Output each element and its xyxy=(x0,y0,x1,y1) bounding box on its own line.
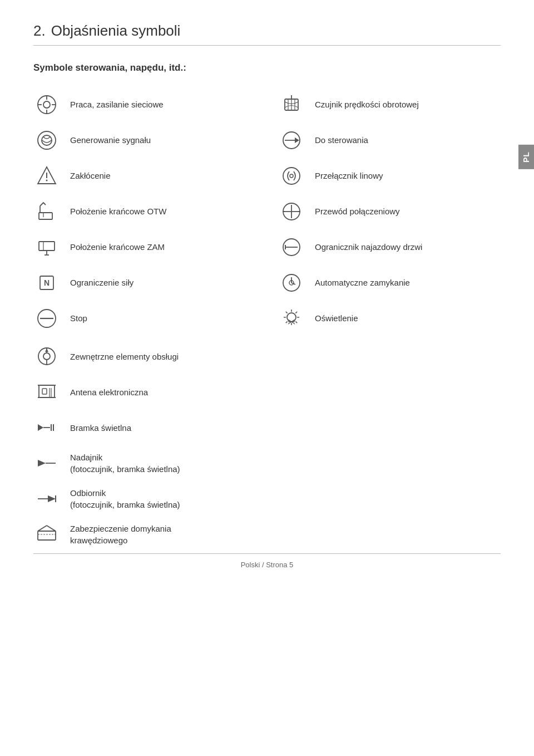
footer: Polski / Strona 5 xyxy=(33,553,501,569)
svg-marker-61 xyxy=(45,348,48,352)
svg-line-80 xyxy=(38,526,47,531)
generowanie-label: Generowanie sygnału xyxy=(70,135,151,146)
antena-label: Antena elektroniczna xyxy=(70,386,148,398)
symbol-row-oswietlenie: Oświetlenie xyxy=(278,301,501,336)
odbiornik-icon xyxy=(33,485,60,512)
symbol-row-przewod: Przewód połączeniowy xyxy=(278,194,501,229)
chapter-number: 2. xyxy=(33,22,46,39)
automatyczne-icon xyxy=(278,269,305,296)
svg-rect-21 xyxy=(39,213,52,219)
svg-point-11 xyxy=(38,131,56,149)
czujnik-label: Czujnik prędkości obrotowej xyxy=(315,99,419,110)
antena-icon xyxy=(33,379,60,405)
zabezpieczenie-label: Zabezpieczenie domykaniakrawędziowego xyxy=(70,523,171,546)
svg-point-20 xyxy=(290,174,293,178)
symbol-row-ograniczenie-sily: N Ograniczenie siły xyxy=(33,265,256,301)
svg-line-52 xyxy=(295,312,297,313)
svg-marker-77 xyxy=(48,495,56,502)
symbol-row-bramka: Bramka świetlna xyxy=(33,410,501,445)
zaklocenie-label: Zakłócenie xyxy=(70,170,111,181)
svg-point-45 xyxy=(287,313,296,322)
do-sterowania-label: Do sterowania xyxy=(315,135,368,146)
symbols-grid: Praca, zasilanie sieciowe Czujnik prędko… xyxy=(33,87,501,336)
zewnetrzne-label: Zewnętrzne elementy obsługi xyxy=(70,351,179,362)
svg-point-19 xyxy=(283,168,300,184)
zewnetrzne-icon xyxy=(33,343,60,370)
symbol-row-generowanie: Generowanie sygnału xyxy=(33,122,256,158)
symbol-row-odbiornik: Odbiornik(fotoczujnik, bramka świetlna) xyxy=(33,481,501,517)
bramka-label: Bramka świetlna xyxy=(70,422,131,434)
svg-rect-30 xyxy=(39,242,55,251)
chapter-heading: 2.Objaśnienia symboli xyxy=(33,22,501,46)
oswietlenie-label: Oświetlenie xyxy=(315,313,358,324)
automatyczne-label: Automatyczne zamykanie xyxy=(315,277,410,288)
section-heading: Symbole sterowania, napędu, itd.: xyxy=(33,62,501,73)
polozenie-zam-icon xyxy=(33,234,60,261)
svg-point-58 xyxy=(43,353,50,360)
symbol-row-czujnik: Czujnik prędkości obrotowej xyxy=(278,87,501,122)
symbol-row-nadajnik: Nadajnik(fotoczujnik, bramka świetlna) xyxy=(33,445,501,481)
ograniczenie-sily-label: Ograniczenie siły xyxy=(70,277,134,288)
svg-rect-63 xyxy=(42,389,47,394)
przelacznik-label: Przełącznik linowy xyxy=(315,170,383,181)
nadajnik-icon xyxy=(33,450,60,477)
symbol-row-zaklocenie: Zakłócenie xyxy=(33,158,256,194)
zaklocenie-icon xyxy=(33,163,60,189)
page-container: 2.Objaśnienia symboli Symbole sterowania… xyxy=(0,0,534,586)
polozenie-otw-icon xyxy=(33,198,60,225)
polozenie-zam-label: Położenie krańcowe ZAM xyxy=(70,242,165,253)
czujnik-icon xyxy=(278,91,305,118)
svg-line-81 xyxy=(47,526,56,531)
przewod-label: Przewód połączeniowy xyxy=(315,206,400,217)
svg-text:N: N xyxy=(44,278,50,287)
svg-marker-74 xyxy=(38,460,46,467)
przewod-icon xyxy=(278,198,305,225)
svg-line-53 xyxy=(286,321,288,323)
symbol-row-polozenie-otw: Położenie krańcowe OTW xyxy=(33,194,256,229)
polozenie-otw-label: Położenie krańcowe OTW xyxy=(70,206,166,217)
symbol-row-zewnetrzne: Zewnętrzne elementy obsługi xyxy=(33,338,501,374)
footer-text: Polski / Strona 5 xyxy=(241,561,294,569)
zabezpieczenie-icon xyxy=(33,521,60,548)
ograniczenie-sily-icon: N xyxy=(33,269,60,296)
symbol-row-automatyczne: Automatyczne zamykanie xyxy=(278,265,501,301)
symbol-row-ogranicznik: Ogranicznik najazdowy drzwi xyxy=(278,229,501,265)
stop-label: Stop xyxy=(70,313,87,324)
symbol-row-praca: Praca, zasilanie sieciowe xyxy=(33,87,256,122)
symbol-row-antena: Antena elektroniczna xyxy=(33,374,501,410)
chapter-title: Objaśnienia symboli xyxy=(51,22,181,39)
svg-line-51 xyxy=(295,321,297,323)
oswietlenie-icon xyxy=(278,305,305,332)
praca-icon xyxy=(33,91,60,118)
symbol-row-przelacznik: Przełącznik linowy xyxy=(278,158,501,194)
page-tab-label: PL xyxy=(522,151,531,163)
svg-rect-79 xyxy=(38,531,56,540)
generowanie-icon xyxy=(33,127,60,154)
svg-line-50 xyxy=(286,312,288,313)
bramka-icon xyxy=(33,414,60,441)
symbol-row-stop: Stop xyxy=(33,301,256,336)
ogranicznik-icon xyxy=(278,234,305,261)
svg-marker-70 xyxy=(38,424,43,431)
ogranicznik-label: Ogranicznik najazdowy drzwi xyxy=(315,242,422,253)
svg-marker-15 xyxy=(295,138,299,143)
svg-point-12 xyxy=(42,135,52,145)
praca-label: Praca, zasilanie sieciowe xyxy=(70,99,164,110)
single-col-items: Zewnętrzne elementy obsługi Antena elekt… xyxy=(33,338,501,552)
symbol-row-zabezpieczenie: Zabezpieczenie domykaniakrawędziowego xyxy=(33,517,501,552)
do-sterowania-icon xyxy=(278,127,305,154)
odbiornik-label: Odbiornik(fotoczujnik, bramka świetlna) xyxy=(70,487,180,510)
symbol-row-do-sterowania: Do sterowania xyxy=(278,122,501,158)
przelacznik-icon xyxy=(278,163,305,189)
symbol-row-polozenie-zam: Położenie krańcowe ZAM xyxy=(33,229,256,265)
stop-icon xyxy=(33,305,60,332)
nadajnik-label: Nadajnik(fotoczujnik, bramka świetlna) xyxy=(70,451,180,475)
page-tab: PL xyxy=(518,145,534,169)
svg-point-18 xyxy=(46,180,48,181)
svg-point-5 xyxy=(43,101,50,108)
